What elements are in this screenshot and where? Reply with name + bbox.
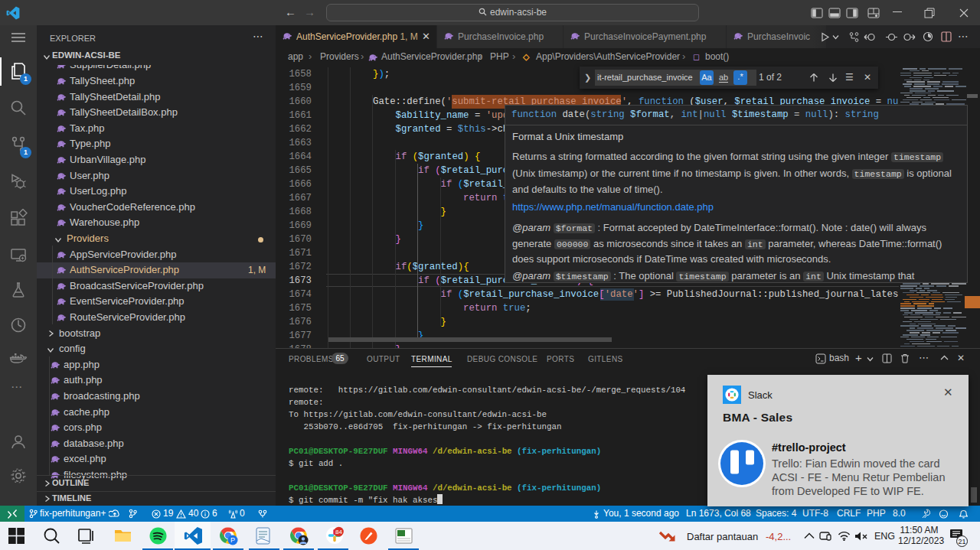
svg-text:84: 84	[335, 529, 342, 535]
svg-text:P: P	[230, 536, 235, 544]
